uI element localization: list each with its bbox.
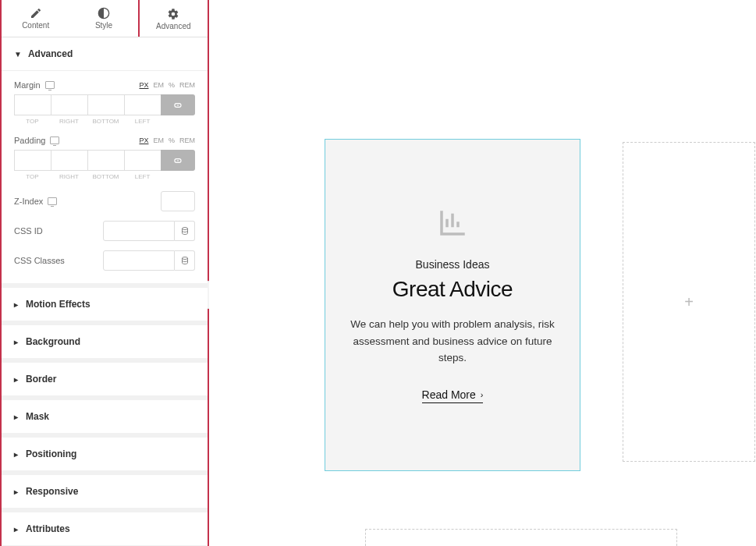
caret-right-icon: ▸ (14, 488, 18, 496)
margin-link-button[interactable] (161, 94, 195, 115)
section-mask[interactable]: ▸Mask (2, 395, 208, 433)
contrast-icon (98, 7, 110, 20)
unit-px[interactable]: PX (139, 81, 148, 89)
margin-bottom-input[interactable] (87, 94, 124, 115)
database-icon (180, 226, 190, 236)
caret-right-icon: ▸ (14, 450, 18, 459)
pencil-icon (30, 7, 42, 20)
zindex-input[interactable] (161, 191, 195, 211)
empty-section-placeholder[interactable] (365, 529, 677, 546)
unit-px[interactable]: PX (139, 136, 148, 144)
desktop-icon[interactable] (45, 81, 55, 89)
unit-rem[interactable]: REM (179, 136, 195, 144)
section-background[interactable]: ▸Background (2, 321, 208, 358)
padding-units: PX EM % REM (139, 136, 195, 144)
caret-right-icon: ▸ (14, 300, 18, 309)
section-attributes[interactable]: ▸Attributes (2, 508, 208, 545)
desktop-icon[interactable] (48, 197, 57, 205)
padding-link-button[interactable] (161, 150, 195, 171)
section-positioning[interactable]: ▸Positioning (2, 433, 208, 470)
plus-icon: + (684, 293, 694, 311)
editor-sidebar: Content Style Advanced ▼ Advanced Margin (0, 0, 209, 546)
cssclasses-input[interactable] (103, 250, 175, 271)
database-icon (180, 256, 190, 265)
caret-right-icon: ▸ (14, 525, 18, 534)
zindex-label: Z-Index (14, 197, 43, 206)
desktop-icon[interactable] (50, 136, 59, 144)
tab-style[interactable]: Style (69, 0, 137, 37)
margin-top-input[interactable] (14, 94, 51, 115)
padding-top-input[interactable] (14, 150, 51, 171)
unit-rem[interactable]: REM (179, 81, 195, 89)
tab-content-label: Content (22, 21, 49, 30)
margin-left-input[interactable] (124, 94, 161, 115)
section-advanced-header[interactable]: ▼ Advanced (2, 37, 208, 71)
caret-down-icon: ▼ (14, 50, 22, 58)
caret-right-icon: ▸ (14, 375, 18, 384)
tab-style-label: Style (95, 21, 112, 30)
bar-chart-icon (436, 207, 469, 243)
cssclasses-label: CSS Classes (14, 256, 65, 265)
selected-widget[interactable]: Business Ideas Great Advice We can help … (325, 139, 580, 471)
cssid-label: CSS ID (14, 226, 43, 236)
cssid-input[interactable] (103, 221, 175, 241)
widget-subtitle: Business Ideas (416, 258, 490, 271)
cssclasses-dynamic-button[interactable] (175, 250, 195, 271)
caret-right-icon: ▸ (14, 338, 18, 346)
zindex-row: Z-Index (14, 191, 195, 211)
section-responsive[interactable]: ▸Responsive (2, 470, 208, 508)
tab-content[interactable]: Content (2, 0, 69, 37)
padding-label: Padding (14, 136, 59, 145)
link-icon (172, 155, 183, 166)
caret-right-icon: ▸ (14, 413, 18, 421)
margin-label: Margin (14, 80, 55, 90)
padding-left-input[interactable] (124, 150, 161, 171)
section-advanced-content: Margin PX EM % REM (2, 71, 208, 283)
margin-control: Margin PX EM % REM (14, 80, 195, 125)
section-advanced-title: Advanced (28, 48, 73, 59)
cssclasses-row: CSS Classes (14, 250, 195, 271)
section-border[interactable]: ▸Border (2, 358, 208, 395)
padding-bottom-input[interactable] (87, 150, 124, 171)
panel-tabs: Content Style Advanced (2, 0, 208, 37)
widget-title: Great Advice (392, 277, 513, 302)
panel-body: ▼ Advanced Margin PX EM % REM (2, 37, 208, 546)
svg-point-2 (182, 257, 187, 260)
margin-right-input[interactable] (51, 94, 87, 115)
unit-em[interactable]: EM (153, 136, 164, 144)
padding-right-input[interactable] (51, 150, 87, 171)
unit-pct[interactable]: % (169, 136, 175, 144)
widget-read-more-link[interactable]: Read More › (422, 388, 484, 403)
tab-advanced[interactable]: Advanced (138, 0, 209, 37)
widget-description: We can help you with problem analysis, r… (349, 316, 556, 367)
cssid-row: CSS ID (14, 221, 195, 241)
gear-icon (167, 8, 179, 20)
section-motion-effects[interactable]: ▸Motion Effects (2, 283, 208, 321)
svg-point-1 (182, 228, 187, 230)
margin-units: PX EM % REM (139, 81, 195, 89)
chevron-right-icon: › (481, 390, 484, 399)
unit-em[interactable]: EM (153, 81, 164, 89)
empty-column-placeholder[interactable]: + (623, 142, 755, 462)
link-icon (172, 100, 183, 111)
unit-pct[interactable]: % (169, 81, 175, 89)
padding-control: Padding PX EM % REM (14, 136, 195, 180)
cssid-dynamic-button[interactable] (175, 221, 195, 241)
tab-advanced-label: Advanced (156, 22, 190, 30)
editor-canvas: Business Ideas Great Advice We can help … (209, 0, 756, 546)
